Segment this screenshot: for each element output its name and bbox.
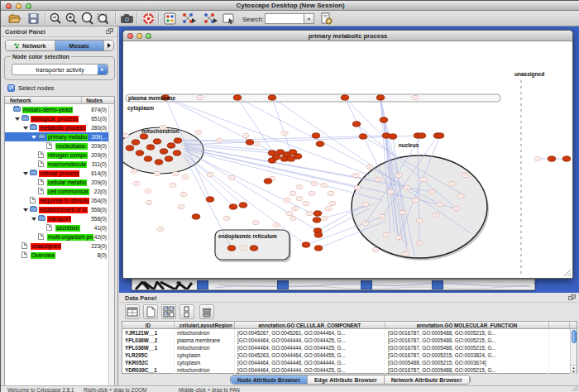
expand-arrow-icon[interactable] xyxy=(23,127,28,130)
network-node[interactable] xyxy=(313,218,321,222)
table-cell[interactable]: [GO:0016787, GO:0005488, GO:0005215, G..… xyxy=(385,344,549,351)
expand-arrow-icon[interactable] xyxy=(31,218,36,221)
network-node[interactable] xyxy=(239,203,247,208)
network-canvas[interactable]: plasma membranecytoplasmmitochondrionnuc… xyxy=(123,42,572,278)
table-column-header[interactable] xyxy=(549,322,570,328)
tree-row[interactable]: cellular metabo209(0) xyxy=(5,178,109,187)
tree-row-label[interactable]: establishment of lo xyxy=(39,207,88,213)
background-frames-strip[interactable] xyxy=(132,279,535,290)
network-node[interactable] xyxy=(165,156,173,161)
search-filter-icon[interactable] xyxy=(319,12,333,26)
tree-row-label[interactable]: biological_process xyxy=(31,116,79,122)
network-node[interactable] xyxy=(233,95,242,100)
zoom-in-icon[interactable] xyxy=(65,12,79,26)
network-node[interactable] xyxy=(160,149,168,154)
tree-scrollbar[interactable] xyxy=(108,105,114,392)
network-edge[interactable] xyxy=(185,151,318,217)
tree-row-label[interactable]: Overview xyxy=(31,252,55,259)
expand-arrow-icon[interactable] xyxy=(23,172,28,175)
network-node[interactable] xyxy=(352,122,361,127)
tree-row[interactable]: macromolecule311(0) xyxy=(5,160,109,169)
new-attribute-icon[interactable] xyxy=(143,304,158,319)
network-node[interactable] xyxy=(173,151,181,155)
network-node[interactable] xyxy=(312,133,320,138)
table-scrollbar[interactable]: ▲▼ xyxy=(570,329,577,374)
network-node[interactable] xyxy=(389,134,397,139)
network-node[interactable] xyxy=(167,143,175,148)
table-cell[interactable]: [GO:0044464, GO:0044444, GO:0044425, G..… xyxy=(235,366,385,374)
network-node[interactable] xyxy=(314,246,323,251)
tab-network[interactable]: Network xyxy=(6,41,55,50)
network-node[interactable] xyxy=(140,134,148,139)
help-icon[interactable] xyxy=(141,12,156,26)
network-node[interactable] xyxy=(359,134,367,139)
color-attribute-combobox[interactable]: transporter activity xyxy=(12,64,108,75)
table-cell[interactable]: plasma membrane xyxy=(175,337,235,344)
table-cell[interactable]: mitochondrion xyxy=(175,329,235,337)
tree-header[interactable]: Network Nodes xyxy=(5,97,114,104)
delete-attribute-icon[interactable] xyxy=(199,304,214,319)
network-edge[interactable] xyxy=(183,148,318,231)
table-cell[interactable]: cytoplasm xyxy=(175,359,235,366)
table-cell[interactable]: YDR039C__1 xyxy=(122,366,175,374)
attribute-table[interactable]: ID_cellularLayoutRegionannotation.GO CEL… xyxy=(122,321,577,374)
network-node[interactable] xyxy=(418,133,426,138)
table-cell[interactable]: YLR295C xyxy=(122,351,175,359)
network-node[interactable] xyxy=(227,246,236,251)
network-node[interactable] xyxy=(268,158,276,163)
tree-row[interactable]: establishment of lo558(0) xyxy=(5,205,109,214)
background-frame-titlebar[interactable] xyxy=(277,280,289,289)
network-node[interactable] xyxy=(132,140,140,145)
table-row[interactable]: YPL036W__1mitochondrion[GO:0044464, GO:0… xyxy=(122,344,577,351)
tree-row[interactable]: biological_process651(0) xyxy=(5,114,109,123)
table-row[interactable]: YDR039C__1mitochondrion[GO:0044464, GO:0… xyxy=(122,366,577,374)
background-frame-titlebar[interactable] xyxy=(361,280,372,289)
tab-edge-attribute-browser[interactable]: Edge Attribute Browser xyxy=(308,375,385,384)
window-titlebar[interactable]: Cytoscape Desktop (New Session) xyxy=(1,1,579,11)
table-cell[interactable]: [GO:0045263, GO:0044464, GO:0044455, G..… xyxy=(235,351,385,359)
tree-row-label[interactable]: cellular process xyxy=(39,170,79,177)
tree-row-label[interactable]: cellular metabo xyxy=(47,179,87,186)
network-node[interactable] xyxy=(155,160,163,165)
background-frame-titlebar[interactable] xyxy=(197,280,208,289)
tree-row[interactable]: multi-organism pro42(0) xyxy=(5,232,109,241)
tree-row-label[interactable]: mosaic-demo-yeast xyxy=(22,107,73,113)
expand-arrow-icon[interactable] xyxy=(15,117,20,121)
tab-network-attribute-browser[interactable]: Network Attribute Browser xyxy=(385,375,470,384)
table-cell[interactable]: cytoplasm xyxy=(175,351,235,359)
tab-node-attribute-browser[interactable]: Node Attribute Browser xyxy=(231,375,308,384)
scrollbar-thumb[interactable] xyxy=(572,330,577,343)
zoom-fit-icon[interactable] xyxy=(96,12,110,26)
table-cell[interactable]: [GO:0016787, GO:0005488, GO:0005215, G..… xyxy=(385,337,549,344)
select-attributes-icon[interactable] xyxy=(161,304,176,319)
tree-row-label[interactable]: cell communicat xyxy=(47,189,89,195)
table-cell[interactable]: [GO:0044464, GO:0044444, GO:0044425, G..… xyxy=(235,337,385,344)
table-cell[interactable]: [GO:0044464, GO:0044446, GO:0044444, G..… xyxy=(235,359,385,366)
network-node[interactable] xyxy=(436,133,444,138)
table-cell[interactable]: YPL036W__1 xyxy=(122,344,175,351)
tree-row-label[interactable]: macromolecule xyxy=(47,161,87,168)
attribute-table-icon[interactable] xyxy=(125,304,140,319)
table-row[interactable]: YJR121W__1mitochondrion[GO:0045267, GO:0… xyxy=(122,329,577,337)
network-node[interactable] xyxy=(206,197,214,202)
tree-row-label[interactable]: unassigned xyxy=(31,243,61,250)
create-view-icon[interactable] xyxy=(203,12,217,26)
network-node[interactable] xyxy=(174,138,182,143)
network-node[interactable] xyxy=(380,117,388,122)
tree-row[interactable]: metabolic process280(0) xyxy=(5,123,109,132)
tree-row[interactable]: secretion41(0) xyxy=(5,223,109,232)
network-node[interactable] xyxy=(229,204,237,209)
network-node[interactable] xyxy=(562,156,571,161)
table-column-header[interactable]: annotation.GO MOLECULAR_FUNCTION xyxy=(385,322,549,328)
table-cell[interactable]: [GO:0044464, GO:0044444, GO:0044425, G..… xyxy=(235,344,385,351)
network-node[interactable] xyxy=(153,139,161,144)
background-frame-titlebar[interactable] xyxy=(432,280,443,289)
network-node[interactable] xyxy=(250,246,258,251)
edit-network-icon[interactable] xyxy=(222,12,236,26)
table-cell[interactable]: [GO:0016787, GO:0005488, GO:0005215, G..… xyxy=(385,329,549,337)
tree-row-label[interactable]: response to stimulu xyxy=(39,198,89,204)
snapshot-icon[interactable] xyxy=(120,12,134,26)
tree-row[interactable]: nitrogen compo209(0) xyxy=(5,151,109,160)
network-node[interactable] xyxy=(146,145,155,150)
network-node[interactable] xyxy=(192,214,200,219)
